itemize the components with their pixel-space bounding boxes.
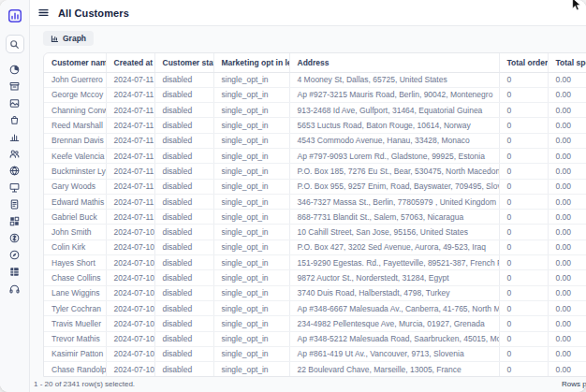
cell-spent: 0.00 [548, 240, 586, 254]
column-header-address[interactable]: Address [289, 53, 499, 72]
cell-orders: 0 [499, 255, 548, 270]
table-row[interactable]: Tyler Cochran2024-07-10disabledsingle_op… [44, 300, 586, 315]
cell-marketing: single_opt_in [213, 133, 289, 148]
cell-created: 2024-07-10 [106, 331, 154, 346]
cell-spent: 0.00 [548, 87, 586, 102]
cell-address: 22 Boulevard Chave, Marseille, 13005, Fr… [289, 362, 499, 377]
selection-status-text: 1 - 20 of 2341 row(s) selected. [34, 380, 135, 388]
table-row[interactable]: Chase Collins2024-07-10disabledsingle_op… [44, 270, 586, 285]
cell-status: disabled [154, 255, 213, 270]
table-row[interactable]: Trevor Mathis2024-07-10disabledsingle_op… [44, 331, 586, 346]
cell-spent: 0.00 [548, 72, 586, 87]
column-header-marketing-opt-in-level[interactable]: Marketing opt in level [213, 53, 289, 72]
cell-orders: 0 [499, 118, 548, 133]
users-icon[interactable] [7, 148, 22, 160]
cell-address: P.O. Box 427, 3202 Sed Avenue, Aurora, 4… [289, 240, 499, 254]
cell-orders: 0 [499, 316, 548, 331]
table-row[interactable]: Colin Kirk2024-07-10disabledsingle_opt_i… [44, 240, 586, 254]
cell-marketing: single_opt_in [213, 87, 289, 102]
table-row[interactable]: Channing Conway2024-07-11disabledsingle_… [44, 103, 586, 118]
cell-spent: 0.00 [548, 316, 586, 331]
table-grid-icon[interactable] [7, 266, 22, 278]
cell-spent: 0.00 [548, 300, 586, 315]
cell-marketing: single_opt_in [213, 118, 289, 133]
cell-name: Channing Conway [44, 103, 106, 118]
cell-status: disabled [154, 87, 213, 102]
main-area: All Customers Graph Customer nameCreated… [30, 0, 586, 392]
cell-created: 2024-07-11 [106, 179, 154, 194]
cell-orders: 0 [499, 164, 548, 179]
globe-icon[interactable] [7, 165, 22, 177]
column-header-created-at[interactable]: Created at [106, 53, 154, 72]
inbox-icon[interactable] [7, 97, 22, 109]
cell-marketing: single_opt_in [213, 103, 289, 118]
column-header-total-orders[interactable]: Total orders [499, 53, 548, 72]
table-row[interactable]: Hayes Short2024-07-10disabledsingle_opt_… [44, 255, 586, 270]
cell-spent: 0.00 [548, 118, 586, 133]
cell-name: Kasimir Patton [44, 346, 106, 361]
table-row[interactable]: Keefe Valencia2024-07-11disabledsingle_o… [44, 148, 586, 163]
presentation-icon[interactable] [7, 181, 22, 194]
table-row[interactable]: Chase Randolph2024-07-10disabledsingle_o… [44, 362, 586, 377]
table-row[interactable]: Gary Woods2024-07-11disabledsingle_opt_i… [44, 179, 586, 194]
cell-status: disabled [154, 72, 213, 87]
compass-icon[interactable] [7, 249, 22, 261]
cell-address: 5653 Luctus Road, Baton Rouge, 10614, No… [289, 118, 499, 133]
column-header-total-spent[interactable]: Total spent [548, 53, 586, 72]
cell-marketing: single_opt_in [213, 210, 289, 225]
table-row[interactable]: Lane Wiggins2024-07-10disabledsingle_opt… [44, 285, 586, 300]
cell-name: Gabriel Buck [44, 210, 106, 225]
cell-marketing: single_opt_in [213, 179, 289, 194]
table-row[interactable]: Edward Mathis2024-07-11disabledsingle_op… [44, 194, 586, 209]
cell-status: disabled [154, 118, 213, 133]
cell-spent: 0.00 [548, 164, 586, 179]
shopping-bag-icon[interactable] [7, 114, 22, 126]
cell-name: Colin Kirk [44, 240, 106, 254]
table-row[interactable]: Reed Marshall2024-07-11disabledsingle_op… [44, 118, 586, 133]
archive-box-icon[interactable] [7, 80, 22, 93]
sidebar [0, 0, 30, 392]
cell-address: Ap #861-419 Ut Av., Vancouver, 9713, Slo… [289, 346, 499, 361]
graph-button[interactable]: Graph [43, 31, 94, 46]
blocks-icon[interactable] [7, 215, 22, 227]
cell-created: 2024-07-10 [106, 346, 154, 361]
coin-icon[interactable] [7, 232, 22, 244]
cell-marketing: single_opt_in [213, 194, 289, 209]
pie-chart-icon[interactable] [7, 64, 22, 76]
app-window: All Customers Graph Customer nameCreated… [0, 0, 586, 392]
search-button[interactable] [6, 35, 24, 53]
receipt-icon[interactable] [7, 198, 22, 211]
cell-spent: 0.00 [548, 362, 586, 377]
table-row[interactable]: Buckminster Lynch2024-07-11disabledsingl… [44, 164, 586, 179]
table-row[interactable]: George Mccoy2024-07-11disabledsingle_opt… [44, 87, 586, 102]
cell-created: 2024-07-11 [106, 133, 154, 148]
graph-icon [51, 35, 59, 43]
headphones-icon[interactable] [7, 283, 22, 295]
cell-marketing: single_opt_in [213, 164, 289, 179]
cell-marketing: single_opt_in [213, 346, 289, 361]
app-logo-chart-icon[interactable] [7, 8, 22, 23]
table-header-row: Customer nameCreated atCustomer statusMa… [44, 53, 586, 72]
table-row[interactable]: Gabriel Buck2024-07-11disabledsingle_opt… [44, 210, 586, 225]
table-row[interactable]: Travis Mueller2024-07-10disabledsingle_o… [44, 316, 586, 331]
bar-chart-icon[interactable] [7, 131, 22, 143]
cell-marketing: single_opt_in [213, 316, 289, 331]
table-row[interactable]: Kasimir Patton2024-07-10disabledsingle_o… [44, 346, 586, 361]
table-row[interactable]: John Smith2024-07-10disabledsingle_opt_i… [44, 225, 586, 240]
column-header-customer-status[interactable]: Customer status [154, 53, 213, 72]
cell-marketing: single_opt_in [213, 300, 289, 315]
cell-address: 151-9290 Egestas. Rd., Fayetteville, 895… [289, 255, 499, 270]
cell-address: Ap #927-3215 Mauris Road, Berlin, 90042,… [289, 87, 499, 102]
table-row[interactable]: Brennan Davis2024-07-11disabledsingle_op… [44, 133, 586, 148]
cell-status: disabled [154, 164, 213, 179]
hamburger-menu-icon[interactable] [37, 7, 50, 19]
top-bar: All Customers [30, 0, 586, 26]
cell-created: 2024-07-10 [106, 300, 154, 315]
cell-orders: 0 [499, 285, 548, 300]
cell-status: disabled [154, 270, 213, 285]
cell-marketing: single_opt_in [213, 148, 289, 163]
cell-name: Travis Mueller [44, 316, 106, 331]
table-row[interactable]: John Guerrero2024-07-11disabledsingle_op… [44, 72, 586, 87]
column-header-customer-name[interactable]: Customer name [44, 53, 106, 72]
cell-name: Lane Wiggins [44, 285, 106, 300]
